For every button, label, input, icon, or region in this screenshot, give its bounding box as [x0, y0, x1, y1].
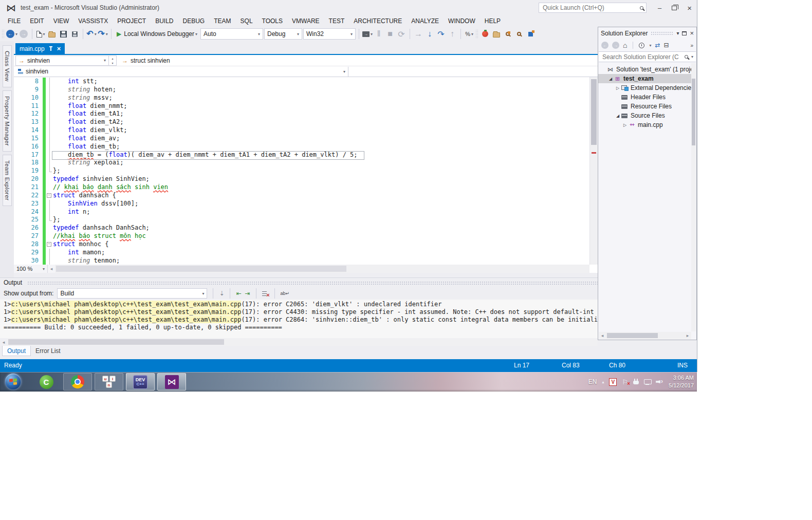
restore-button[interactable]	[672, 6, 677, 10]
collapse-toggle-icon[interactable]: -	[47, 242, 51, 247]
output-line-2[interactable]: 1>c:\users\michael pham\desktop\c++\test…	[4, 308, 598, 316]
scrollbar-thumb[interactable]	[692, 79, 695, 145]
clock[interactable]: 3:06 AM 5/12/2017	[669, 374, 694, 389]
auto-combo[interactable]: Auto▾	[200, 28, 263, 40]
action-center-icon[interactable]: ⚐	[622, 379, 628, 385]
code-line-10[interactable]: 10string mssv;	[14, 94, 589, 102]
devcpp-taskbar-button[interactable]: DEV C++	[126, 373, 155, 391]
panel-grip[interactable]	[651, 31, 673, 35]
chevron-down-icon[interactable]: ▾	[649, 43, 651, 48]
start-debug-button[interactable]: ▶ Local Windows Debugger ▾	[115, 28, 199, 40]
expander-icon[interactable]: ◢	[615, 114, 621, 118]
tab-error-list[interactable]: Error List	[31, 346, 65, 356]
scrollbar-thumb[interactable]	[607, 333, 658, 338]
quick-launch-box[interactable]	[539, 3, 647, 13]
stop-button[interactable]: ■	[385, 28, 395, 40]
expander-icon[interactable]: ▷	[622, 123, 628, 127]
side-tab-class-view[interactable]: Class View	[3, 45, 12, 87]
tree-item-main-cpp[interactable]: ▷++main.cpp	[598, 120, 691, 129]
menu-build[interactable]: BUILD	[151, 16, 178, 26]
restart-button[interactable]: ⟳	[396, 28, 407, 40]
sync-with-active-icon[interactable]: ⇄	[655, 42, 660, 48]
coccoc-taskbar-button[interactable]: C	[32, 373, 61, 391]
menu-file[interactable]: FILE	[3, 16, 25, 26]
open-file-button[interactable]	[47, 28, 57, 40]
step-over-button[interactable]: ↷	[436, 28, 446, 40]
menu-sql[interactable]: SQL	[236, 16, 257, 26]
menu-vassistx[interactable]: VASSISTX	[73, 16, 113, 26]
output-source-combo[interactable]: Build ▾	[57, 288, 207, 299]
tree-item-test-exam[interactable]: ◢⊞test_exam	[598, 74, 691, 83]
context-display[interactable]: → struct sinhvien	[122, 57, 170, 64]
code-line-9[interactable]: 9string hoten;	[14, 86, 589, 94]
code-line-11[interactable]: 11float diem_nmmt;	[14, 102, 589, 110]
menu-view[interactable]: VIEW	[49, 16, 74, 26]
spinner-down-button[interactable]: ▾	[109, 61, 116, 65]
show-next-statement-button[interactable]: →	[413, 28, 423, 40]
solution-vertical-scrollbar[interactable]	[691, 63, 696, 331]
configuration-combo[interactable]: Debug▾	[264, 28, 302, 40]
goto-next-message-button[interactable]: ⇥	[245, 290, 250, 296]
back-button[interactable]: ←	[601, 42, 608, 49]
forward-button[interactable]: →	[612, 42, 619, 49]
solution-horizontal-scrollbar[interactable]: ◂ ▸	[599, 332, 691, 339]
scroll-right-button[interactable]: ▸	[684, 333, 691, 338]
code-line-16[interactable]: 16float diem_tb;	[14, 143, 589, 151]
scrollbar-thumb[interactable]	[8, 339, 224, 345]
close-icon[interactable]: ×	[57, 45, 61, 52]
code-line-19[interactable]: 19};	[14, 167, 589, 175]
collapse-toggle-icon[interactable]: -	[47, 193, 51, 198]
minimize-button[interactable]: –	[658, 5, 661, 11]
scope-combo[interactable]: → sinhvien ▾	[15, 55, 109, 66]
code-line-30[interactable]: 30string tenmon;	[14, 257, 589, 265]
code-editor[interactable]: 8int stt;9string hoten;10string mssv;11f…	[14, 77, 589, 265]
title-bar[interactable]: ⋈ test_exam - Microsoft Visual Studio (A…	[0, 0, 697, 15]
chrome-taskbar-button[interactable]	[63, 373, 92, 391]
vassistx-button[interactable]	[480, 28, 490, 40]
code-line-28[interactable]: 28-struct monhoc {	[14, 240, 589, 249]
code-line-27[interactable]: 27//khai báo struct môn học	[14, 232, 589, 240]
toolbar-overflow-icon[interactable]: »	[690, 43, 693, 48]
output-file-path[interactable]: c:\users\michael pham\desktop\c++\test_e…	[11, 308, 241, 315]
find-symbol-button[interactable]	[503, 28, 513, 40]
language-indicator[interactable]: EN	[588, 378, 597, 385]
menu-window[interactable]: WINDOW	[444, 16, 480, 26]
code-line-8[interactable]: 8int stt;	[14, 78, 589, 86]
step-out-button[interactable]: ↑	[447, 28, 457, 40]
quick-launch-input[interactable]	[542, 4, 640, 12]
output-horizontal-scrollbar[interactable]: ◂	[0, 338, 598, 346]
redo-button[interactable]: ↷▾	[98, 28, 108, 40]
code-line-18[interactable]: 18string xeploai;	[14, 159, 589, 167]
menu-edit[interactable]: EDIT	[25, 16, 48, 26]
word-wrap-button[interactable]: ab↵	[281, 291, 290, 296]
pending-changes-icon[interactable]	[639, 43, 644, 48]
panel-grip[interactable]	[27, 281, 598, 285]
chevron-down-icon[interactable]: ▾	[371, 32, 373, 36]
output-line-3[interactable]: 1>c:\users\michael pham\desktop\c++\test…	[4, 316, 598, 324]
show-threads-button[interactable]: %▾	[464, 28, 474, 40]
code-line-14[interactable]: 14float diem_vlkt;	[14, 126, 589, 135]
scroll-left-button[interactable]: ◂	[48, 266, 55, 271]
power-icon[interactable]	[633, 379, 639, 385]
find-message-button[interactable]: ⇣	[219, 290, 224, 296]
output-text-area[interactable]: 1>c:\users\michael pham\desktop\c++\test…	[0, 300, 598, 339]
code-line-15[interactable]: 15float diem_av;	[14, 135, 589, 143]
tree-item-source-files[interactable]: ◢Source Files	[598, 111, 691, 120]
menu-vmware[interactable]: VMWARE	[287, 16, 324, 26]
network-icon[interactable]	[644, 379, 651, 385]
unikey-tray-icon[interactable]: V	[609, 378, 617, 386]
code-line-20[interactable]: 20typedef sinhvien SinhVien;	[14, 175, 589, 183]
undo-button[interactable]: ↶▾	[86, 28, 97, 40]
panel-menu-button[interactable]: ▾	[676, 31, 679, 36]
tree-item-external-dependencie[interactable]: ▷External Dependencie	[598, 83, 691, 92]
unikey-taskbar-button[interactable]: u i n	[95, 373, 123, 391]
code-line-22[interactable]: 22-struct danhsach {	[14, 192, 589, 200]
clear-all-button[interactable]	[262, 291, 269, 296]
side-tab-team-explorer[interactable]: Team Explorer	[3, 155, 12, 206]
expander-icon[interactable]: ▷	[615, 86, 621, 90]
side-tab-property-manager[interactable]: Property Manager	[3, 90, 12, 152]
menu-project[interactable]: PROJECT	[113, 16, 151, 26]
pin-icon[interactable]	[49, 46, 53, 51]
pause-button[interactable]: ‖	[374, 28, 384, 40]
solution-search-box[interactable]: ▾	[599, 51, 696, 62]
